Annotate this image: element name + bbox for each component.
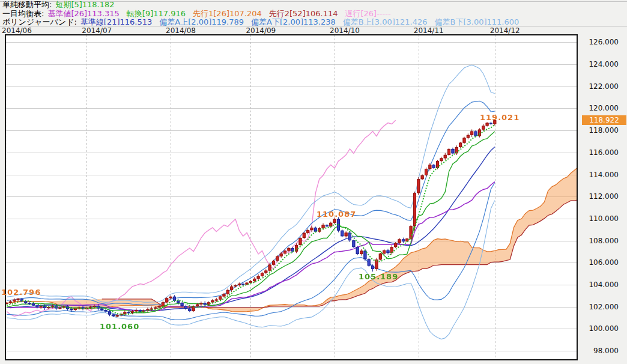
price-annotation-swing-high: 119.021 xyxy=(480,113,519,122)
x-axis-label: 2014/07 xyxy=(82,26,112,35)
legend-indicator-value: 偏差B上[3.00]121.426 xyxy=(343,17,428,26)
price-annotation-swing-low: 105.189 xyxy=(359,272,398,281)
y-axis-label: 104.000 xyxy=(581,281,619,289)
y-axis-label: 118.000 xyxy=(581,126,619,135)
x-axis-label: 2014/11 xyxy=(414,26,444,35)
x-axis-label: 2014/06 xyxy=(2,26,32,35)
current-price-tag: 118.922 xyxy=(582,115,626,125)
legend-indicator-value: 偏差A上[2.00]119.789 xyxy=(159,17,244,26)
x-axis-label: 2014/12 xyxy=(490,26,520,35)
y-axis-label: 124.000 xyxy=(581,60,619,68)
y-axis-label: 114.000 xyxy=(581,171,619,179)
price-annotation-swing-high: 110.087 xyxy=(317,210,356,219)
y-axis-label: 116.000 xyxy=(581,148,619,157)
legend-row-1: 一目均衡表:基準値[26]113.315転換[9]117.916先行1[26]1… xyxy=(2,10,526,19)
legend-row-label: 単純移動平均: xyxy=(2,0,52,9)
x-axis-label: 2014/09 xyxy=(246,26,276,35)
legend-indicator-value: 基準値[26]113.315 xyxy=(47,9,119,18)
legend-row-0: 単純移動平均:短期[5]118.182 xyxy=(2,1,526,10)
legend-indicator-value: 遅行[26]----- xyxy=(345,9,390,18)
indicator-legend: 単純移動平均:短期[5]118.182一目均衡表:基準値[26]113.315転… xyxy=(2,1,526,27)
y-axis-label: 120.000 xyxy=(581,104,619,112)
y-axis-label: 102.000 xyxy=(581,303,619,311)
legend-indicator-value: 偏差B下[3.00]111.600 xyxy=(435,17,519,26)
y-axis-label: 100.000 xyxy=(581,324,619,333)
legend-row-label: ボリンジャーバンド: xyxy=(2,17,77,26)
legend-indicator-value: 先行2[52]106.114 xyxy=(269,9,338,18)
y-axis-label: 98.000 xyxy=(581,347,619,355)
y-axis-label: 122.000 xyxy=(581,82,619,91)
chart-window: 単純移動平均:短期[5]118.182一目均衡表:基準値[26]113.315転… xyxy=(0,0,627,364)
y-axis-label: 110.000 xyxy=(581,214,619,223)
legend-indicator-value: 転換[9]117.916 xyxy=(127,9,186,18)
legend-indicator-value: 短期[5]118.182 xyxy=(55,0,114,9)
price-annotation-swing-low: 101.060 xyxy=(100,322,139,331)
legend-row-label: 一目均衡表: xyxy=(2,9,44,18)
legend-indicator-value: 先行1[26]107.204 xyxy=(193,9,262,18)
y-axis-label: 126.000 xyxy=(581,38,619,46)
x-axis-label: 2014/08 xyxy=(166,26,196,35)
price-chart-canvas[interactable] xyxy=(5,34,578,360)
legend-indicator-value: 偏差A下[2.00]113.238 xyxy=(251,17,336,26)
price-annotation-swing-high: 102.796 xyxy=(1,288,41,297)
y-axis-label: 112.000 xyxy=(581,192,619,201)
x-axis-label: 2014/10 xyxy=(330,26,360,35)
legend-indicator-value: 基準線[21]116.513 xyxy=(80,17,152,26)
y-axis-label: 106.000 xyxy=(581,258,619,267)
y-axis-label: 108.000 xyxy=(581,237,619,245)
